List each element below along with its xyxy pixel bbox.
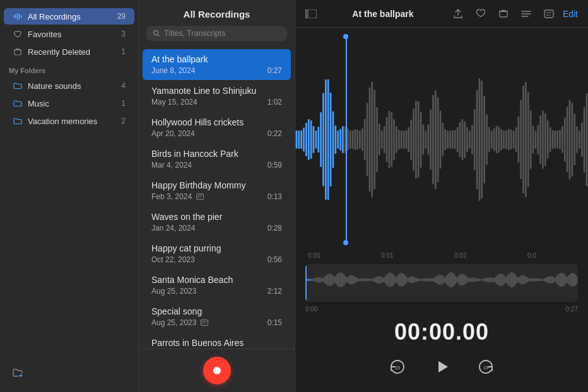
svg-rect-233 <box>439 275 440 285</box>
details-button[interactable] <box>517 5 535 23</box>
svg-rect-124 <box>562 126 563 153</box>
recording-item[interactable]: Yamanote Line to Shinjuku May 15, 2024 1… <box>143 81 291 112</box>
recording-item[interactable]: Parrots in Buenos Aires Jul 12, 2023 1:0… <box>143 333 291 349</box>
recording-item[interactable]: Special song Aug 25, 2023 0:15 <box>143 301 291 332</box>
svg-rect-101 <box>505 130 507 149</box>
svg-rect-140 <box>312 279 313 281</box>
svg-rect-230 <box>435 277 435 283</box>
sidebar-item-music[interactable]: Music 1 <box>4 95 134 112</box>
share-button[interactable] <box>449 5 467 23</box>
recording-date: Aug 25, 2023 <box>151 318 196 327</box>
svg-rect-277 <box>499 274 500 286</box>
mini-time-start: 0:00 <box>305 306 317 313</box>
skip-back-button[interactable]: 15 <box>385 354 410 379</box>
svg-rect-52 <box>386 117 388 162</box>
sidebar-item-favorites[interactable]: Favorites 3 <box>4 26 134 42</box>
svg-rect-216 <box>416 277 416 282</box>
recording-title: At the ballpark <box>151 54 282 64</box>
sidebar-item-recently-deleted[interactable]: Recently Deleted 1 <box>4 43 134 60</box>
recording-item[interactable]: Happy Birthday Mommy Feb 3, 2024 0:13 <box>143 175 291 206</box>
svg-rect-72 <box>435 90 437 189</box>
svg-rect-82 <box>459 122 461 158</box>
svg-rect-192 <box>383 278 384 282</box>
recording-duration: 0:15 <box>268 318 282 327</box>
svg-rect-176 <box>362 279 362 282</box>
recording-duration: 0:13 <box>268 192 282 201</box>
svg-rect-204 <box>399 274 400 287</box>
sidebar-item-nature-sounds[interactable]: Nature sounds 4 <box>4 78 134 94</box>
svg-rect-174 <box>358 279 359 281</box>
svg-rect-270 <box>490 277 490 282</box>
svg-rect-144 <box>317 277 318 282</box>
play-button[interactable] <box>428 353 456 381</box>
search-box[interactable] <box>146 26 287 41</box>
sidebar-toggle-button[interactable] <box>305 9 317 18</box>
svg-rect-154 <box>331 274 332 285</box>
skip-forward-button[interactable]: 15 <box>473 354 498 379</box>
record-button[interactable] <box>203 357 231 384</box>
svg-rect-195 <box>387 274 388 286</box>
svg-rect-107 <box>520 100 522 180</box>
svg-rect-122 <box>556 130 558 149</box>
recording-item[interactable]: Santa Monica Beach Aug 25, 2023 2:12 <box>143 270 291 301</box>
svg-rect-49 <box>379 124 380 155</box>
time-mark-3: 0:0 <box>527 252 536 259</box>
svg-rect-110 <box>527 92 529 187</box>
svg-rect-242 <box>451 272 452 287</box>
svg-rect-227 <box>431 279 432 282</box>
recording-duration: 0:56 <box>268 255 282 264</box>
svg-rect-237 <box>444 277 445 282</box>
svg-rect-281 <box>504 276 505 284</box>
recording-title: Happy Birthday Mommy <box>151 180 282 190</box>
search-input[interactable] <box>164 29 281 38</box>
svg-rect-35 <box>344 126 346 153</box>
favorite-button[interactable] <box>472 5 490 23</box>
delete-button[interactable] <box>495 5 512 23</box>
transcript-button[interactable] <box>540 5 558 23</box>
svg-rect-291 <box>518 277 519 282</box>
svg-rect-62 <box>410 119 412 159</box>
svg-rect-175 <box>360 279 360 281</box>
svg-rect-218 <box>418 279 419 281</box>
new-folder-button[interactable] <box>9 366 26 379</box>
recording-item[interactable]: Birds in Hancock Park Mar 4, 2024 0:59 <box>143 144 291 175</box>
svg-rect-256 <box>470 278 471 282</box>
svg-rect-112 <box>532 126 534 154</box>
edit-button[interactable]: Edit <box>563 9 578 19</box>
svg-rect-334 <box>577 275 577 284</box>
recording-item[interactable]: Hollywood Hills crickets Apr 20, 2024 0:… <box>143 112 291 143</box>
svg-rect-74 <box>440 111 442 169</box>
waveform-area: 0:00 0:01 0:02 0:0 0:00 0:27 00:00.00 <box>295 28 588 392</box>
svg-rect-240 <box>449 273 449 287</box>
svg-rect-85 <box>466 127 468 153</box>
recording-item[interactable]: Happy cat purring Oct 22, 2023 0:56 <box>143 238 291 269</box>
svg-rect-128 <box>572 103 573 177</box>
recording-date: May 15, 2024 <box>151 98 197 107</box>
svg-rect-0 <box>13 15 15 18</box>
svg-rect-307 <box>540 279 541 281</box>
sidebar-item-label: Favorites <box>28 30 119 39</box>
mini-waveform-container[interactable] <box>305 264 578 302</box>
svg-rect-23 <box>315 130 317 149</box>
svg-rect-311 <box>545 278 546 282</box>
svg-rect-40 <box>356 130 358 150</box>
recording-item[interactable]: Waves on the pier Jan 24, 2024 0:28 <box>143 207 291 238</box>
svg-rect-42 <box>362 129 363 151</box>
sidebar-item-vacation-memories[interactable]: Vacation memories 2 <box>4 113 134 129</box>
svg-rect-14 <box>544 10 553 18</box>
svg-rect-168 <box>350 275 351 284</box>
svg-rect-69 <box>427 125 429 155</box>
svg-rect-333 <box>575 274 576 285</box>
svg-rect-284 <box>509 274 509 286</box>
sidebar-item-all-recordings[interactable]: All Recordings 29 <box>4 8 134 25</box>
sidebar-item-count: 1 <box>121 99 126 108</box>
svg-rect-301 <box>532 279 532 282</box>
svg-rect-225 <box>428 278 428 281</box>
recording-item[interactable]: At the ballpark June 8, 2024 0:27 <box>143 49 291 80</box>
main-waveform[interactable]: 0:00 0:01 0:02 0:0 <box>295 34 588 264</box>
mini-time-end: 0:27 <box>566 306 578 313</box>
svg-rect-282 <box>506 277 507 283</box>
svg-rect-258 <box>473 278 474 282</box>
svg-rect-183 <box>371 279 372 280</box>
svg-rect-31 <box>334 125 336 154</box>
